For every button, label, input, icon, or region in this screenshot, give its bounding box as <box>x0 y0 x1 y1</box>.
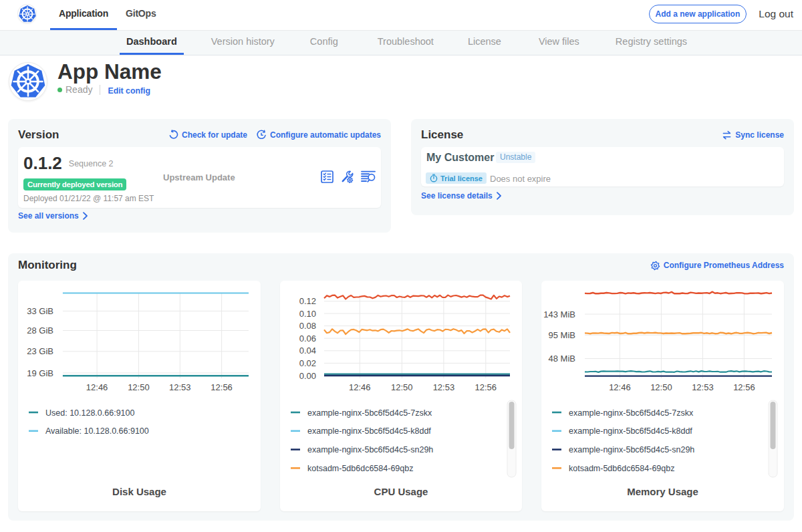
svg-text:12:50: 12:50 <box>650 382 672 392</box>
svg-text:12:56: 12:56 <box>733 382 755 392</box>
svg-text:33 GiB: 33 GiB <box>27 306 53 316</box>
svg-text:example-nginx-5bc6f5d4c5-7zskx: example-nginx-5bc6f5d4c5-7zskx <box>307 408 432 418</box>
svg-text:23 GiB: 23 GiB <box>27 346 53 356</box>
svg-text:12:46: 12:46 <box>86 382 108 392</box>
svg-text:12:53: 12:53 <box>433 382 455 392</box>
svg-text:example-nginx-5bc6f5d4c5-k8ddf: example-nginx-5bc6f5d4c5-k8ddf <box>307 426 431 436</box>
svg-text:example-nginx-5bc6f5d4c5-sn29h: example-nginx-5bc6f5d4c5-sn29h <box>569 445 694 454</box>
svg-text:12:53: 12:53 <box>692 382 714 392</box>
svg-text:0.04: 0.04 <box>299 346 316 356</box>
svg-text:12:46: 12:46 <box>349 382 371 392</box>
svg-text:CPU Usage: CPU Usage <box>374 486 428 497</box>
svg-text:12:46: 12:46 <box>609 382 631 392</box>
svg-text:143 MiB: 143 MiB <box>543 309 575 319</box>
svg-text:0.00: 0.00 <box>299 371 316 381</box>
svg-text:0.08: 0.08 <box>299 321 316 331</box>
svg-text:12:50: 12:50 <box>128 382 150 392</box>
svg-text:example-nginx-5bc6f5d4c5-k8ddf: example-nginx-5bc6f5d4c5-k8ddf <box>569 426 692 436</box>
svg-text:kotsadm-5db6dc6584-69qbz: kotsadm-5db6dc6584-69qbz <box>307 464 413 473</box>
svg-text:0.06: 0.06 <box>299 334 316 344</box>
svg-text:12:56: 12:56 <box>211 382 233 392</box>
svg-text:example-nginx-5bc6f5d4c5-sn29h: example-nginx-5bc6f5d4c5-sn29h <box>307 445 433 454</box>
svg-text:Available: 10.128.0.66:9100: Available: 10.128.0.66:9100 <box>45 426 149 436</box>
svg-text:0.10: 0.10 <box>299 309 316 319</box>
svg-text:example-nginx-5bc6f5d4c5-7zskx: example-nginx-5bc6f5d4c5-7zskx <box>569 408 694 418</box>
svg-text:48 MiB: 48 MiB <box>549 354 575 364</box>
svg-text:0.02: 0.02 <box>299 358 316 368</box>
svg-text:kotsadm-5db6dc6584-69qbz: kotsadm-5db6dc6584-69qbz <box>569 464 674 473</box>
svg-text:Used: 10.128.0.66:9100: Used: 10.128.0.66:9100 <box>45 408 134 418</box>
svg-text:Disk Usage: Disk Usage <box>112 486 166 497</box>
svg-text:95 MiB: 95 MiB <box>549 330 575 340</box>
svg-text:0.12: 0.12 <box>299 296 316 306</box>
svg-text:19 GiB: 19 GiB <box>27 368 53 378</box>
svg-text:12:50: 12:50 <box>391 382 413 392</box>
svg-text:28 GiB: 28 GiB <box>27 325 53 336</box>
svg-text:12:53: 12:53 <box>169 382 191 392</box>
svg-text:12:56: 12:56 <box>475 382 497 392</box>
svg-text:Memory Usage: Memory Usage <box>627 486 698 497</box>
